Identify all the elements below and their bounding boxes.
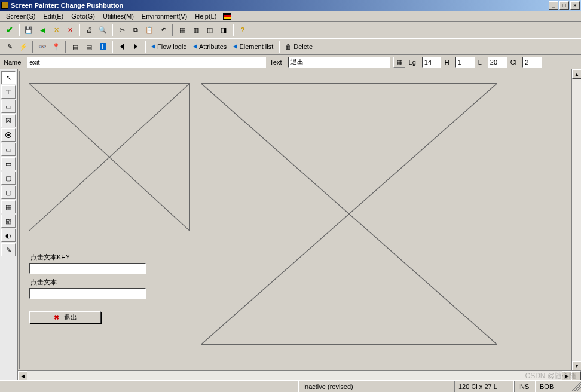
main-area: ↖ T ▭ ☒ ▭ ▭ ▢ ▢ ▦ ▧ ◐ ✎ 点击文本KEY 点击文本 bbox=[0, 69, 581, 380]
textfield-tool[interactable]: ▭ bbox=[1, 100, 16, 113]
copy-button[interactable]: ⧉ bbox=[130, 24, 142, 36]
status-coords: 120 Cl x 27 L bbox=[454, 381, 514, 392]
menu-bar: Screen(S) Edit(E) Goto(G) Utilities(M) E… bbox=[0, 11, 581, 22]
design-button-label: 退出 bbox=[64, 313, 77, 322]
design-exit-button[interactable]: ✖ 退出 bbox=[29, 311, 101, 323]
h-input[interactable] bbox=[455, 57, 475, 68]
layout-button[interactable]: ▦ bbox=[176, 24, 188, 36]
box-tool[interactable]: ▢ bbox=[1, 172, 16, 185]
status-user: BOB bbox=[536, 381, 571, 392]
statusicon-tool[interactable]: ◐ bbox=[1, 229, 16, 242]
radiobutton-tool[interactable] bbox=[1, 128, 16, 142]
language-flag-icon[interactable] bbox=[223, 13, 231, 20]
print-button[interactable]: 🖨 bbox=[83, 24, 95, 36]
text-label: Text bbox=[270, 59, 282, 66]
info-icon[interactable]: i bbox=[97, 41, 109, 53]
app-toolbar: ✎ ⚡ 👓 📍 ▤ ▤ i Flow logic Attributes Elem… bbox=[0, 38, 581, 55]
design-label-key[interactable]: 点击文本KEY bbox=[30, 253, 70, 262]
l-input[interactable] bbox=[488, 57, 507, 68]
l-label: L bbox=[478, 59, 482, 66]
watermark: CSDN @随心随 bbox=[525, 371, 576, 381]
enter-button[interactable]: ✔ bbox=[4, 24, 16, 36]
menu-help[interactable]: Help(L) bbox=[191, 12, 220, 20]
element-list-button[interactable]: Element list bbox=[231, 43, 276, 50]
scroll-left-button[interactable]: ◀ bbox=[18, 371, 27, 380]
display-icon[interactable]: 👓 bbox=[36, 41, 48, 53]
outline-icon[interactable]: ▤ bbox=[83, 41, 95, 53]
status-state: Inactive (revised) bbox=[299, 381, 454, 392]
step-tool[interactable]: ✎ bbox=[1, 243, 16, 256]
attributes-button[interactable]: Attributes bbox=[191, 43, 229, 50]
scroll-down-button[interactable]: ▼ bbox=[572, 361, 581, 370]
h-label: H bbox=[445, 59, 449, 66]
wizard-icon[interactable]: ✎ bbox=[4, 41, 16, 53]
overview-button[interactable]: ▥ bbox=[190, 24, 202, 36]
checkbox-tool[interactable]: ☒ bbox=[1, 114, 16, 127]
lg-label: Lg bbox=[409, 59, 416, 66]
tabstrip-tool[interactable]: ▭ bbox=[1, 157, 16, 170]
menu-edit[interactable]: Edit(E) bbox=[40, 12, 68, 20]
back-button[interactable]: ◀ bbox=[36, 24, 48, 36]
close-button[interactable]: × bbox=[570, 1, 580, 10]
cancel-button[interactable]: ✕ bbox=[64, 24, 76, 36]
placeholder-box-1[interactable] bbox=[29, 83, 190, 231]
name-input[interactable] bbox=[27, 57, 266, 68]
minimize-button[interactable]: _ bbox=[549, 1, 558, 10]
customcontrol-tool[interactable]: ▧ bbox=[1, 215, 16, 228]
menu-goto[interactable]: Goto(G) bbox=[68, 12, 99, 20]
pushbutton-tool[interactable]: ▭ bbox=[1, 143, 16, 156]
placeholder-box-2[interactable] bbox=[201, 83, 497, 345]
activate-icon[interactable]: ⚡ bbox=[17, 41, 29, 53]
app-icon bbox=[1, 2, 8, 9]
flow-logic-button[interactable]: Flow logic bbox=[149, 43, 189, 50]
vertical-scrollbar[interactable]: ▲ ▼ bbox=[571, 69, 581, 370]
text-picker-button[interactable]: ▦ bbox=[393, 57, 405, 68]
scroll-up-button[interactable]: ▲ bbox=[572, 69, 581, 79]
paste-button[interactable]: 📋 bbox=[143, 24, 155, 36]
cl-input[interactable] bbox=[522, 57, 542, 68]
text-tool[interactable]: T bbox=[1, 85, 16, 99]
menu-screen[interactable]: Screen(S) bbox=[2, 12, 39, 20]
menu-environment[interactable]: Environment(V) bbox=[138, 12, 191, 20]
status-ins: INS bbox=[514, 381, 536, 392]
design-input-text[interactable] bbox=[29, 288, 146, 299]
design-input-key[interactable] bbox=[29, 263, 146, 274]
standard-toolbar: ✔ 💾 ◀ ✕ ✕ 🖨 🔍 ✂ ⧉ 📋 ↶ ▦ ▥ ◫ ◨ ? bbox=[0, 22, 581, 38]
prev-button[interactable] bbox=[116, 41, 128, 53]
delete-button[interactable]: 🗑Delete bbox=[283, 43, 315, 50]
x-icon: ✖ bbox=[54, 314, 59, 321]
help-button[interactable]: ? bbox=[237, 24, 249, 36]
dictionary-icon[interactable]: ▤ bbox=[69, 41, 81, 53]
cl-label: Cl bbox=[510, 59, 516, 66]
menu-utilities[interactable]: Utilities(M) bbox=[99, 12, 137, 20]
save-button[interactable]: 💾 bbox=[23, 24, 35, 36]
title-bar: Screen Painter: Change Pushbutton _ □ × bbox=[0, 0, 581, 11]
design-canvas[interactable]: 点击文本KEY 点击文本 ✖ 退出 bbox=[19, 71, 570, 369]
window-title: Screen Painter: Change Pushbutton bbox=[11, 2, 549, 9]
text-input[interactable] bbox=[288, 57, 390, 68]
horizontal-scrollbar[interactable]: ◀ ▶ bbox=[18, 370, 581, 380]
next-button[interactable] bbox=[130, 41, 142, 53]
maximize-button[interactable]: □ bbox=[559, 1, 569, 10]
tablecontrol-tool[interactable]: ▦ bbox=[1, 200, 16, 213]
status-bar: Inactive (revised) 120 Cl x 27 L INS BOB bbox=[0, 380, 581, 392]
tool-palette: ↖ T ▭ ☒ ▭ ▭ ▢ ▢ ▦ ▧ ◐ ✎ bbox=[0, 69, 18, 380]
cut-button[interactable]: ✂ bbox=[116, 24, 128, 36]
lg-input[interactable] bbox=[422, 57, 441, 68]
properties-row: Name Text ▦ Lg H L Cl bbox=[0, 55, 581, 69]
pointer-tool[interactable]: ↖ bbox=[1, 71, 16, 84]
name-label: Name bbox=[4, 59, 21, 66]
undo-button[interactable]: ↶ bbox=[157, 24, 169, 36]
window-button[interactable]: ◫ bbox=[204, 24, 216, 36]
marker-icon[interactable]: 📍 bbox=[50, 41, 62, 53]
subscreen-tool[interactable]: ▢ bbox=[1, 186, 16, 199]
resize-grip-icon[interactable] bbox=[571, 382, 581, 391]
find-button[interactable]: 🔍 bbox=[97, 24, 109, 36]
sessions-button[interactable]: ◨ bbox=[218, 24, 230, 36]
exit-button[interactable]: ✕ bbox=[50, 24, 62, 36]
design-label-text[interactable]: 点击文本 bbox=[30, 278, 57, 287]
